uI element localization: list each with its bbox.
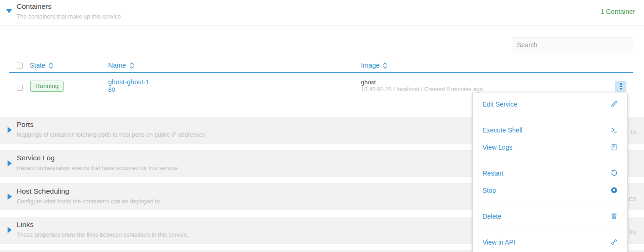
dot-icon — [620, 86, 622, 87]
expand-caret-right-icon[interactable] — [7, 194, 12, 200]
section-count-clipped: ks — [629, 228, 636, 236]
section-title: Host Scheduling — [17, 187, 69, 195]
menu-item-edit-service[interactable]: Edit Service — [473, 95, 627, 113]
menu-item-label: Stop — [483, 187, 496, 194]
menu-item-label: Edit Service — [483, 101, 517, 108]
menu-item-label: Restart — [483, 170, 503, 177]
column-header-state[interactable]: State — [30, 62, 108, 69]
collapse-caret-down-icon[interactable] — [6, 9, 12, 13]
file-text-icon — [611, 144, 618, 151]
row-actions-button[interactable] — [615, 81, 626, 92]
service-detail-page: Containers The containers that make up t… — [0, 0, 644, 252]
row-actions-menu: Edit Service Execute Shell View Logs Res… — [472, 93, 628, 252]
containers-table: State Name Ima — [9, 59, 633, 94]
expand-caret-right-icon[interactable] — [7, 127, 12, 133]
terminal-icon — [611, 126, 618, 133]
menu-item-label: Delete — [483, 213, 501, 220]
menu-item-view-in-api[interactable]: View in API — [473, 233, 627, 251]
dot-icon — [620, 83, 622, 85]
sort-icon — [129, 62, 134, 69]
menu-item-execute-shell[interactable]: Execute Shell — [473, 121, 627, 139]
row-checkbox[interactable] — [17, 85, 23, 91]
table-row: Running ghost-ghost-1 80 ghost 10.42.92.… — [9, 73, 633, 94]
section-count-clipped: ts — [631, 128, 636, 136]
section-subtitle: These properties show the links between … — [17, 232, 188, 238]
section-subtitle: Configure what hosts the containers can … — [17, 198, 161, 205]
dot-icon — [620, 88, 622, 89]
sort-icon — [383, 62, 387, 69]
image-details: 10.42.92.26 / localhost / Created 8 minu… — [361, 86, 607, 93]
trash-icon — [611, 213, 618, 220]
status-badge: Running — [30, 81, 64, 92]
section-title: Ports — [17, 120, 33, 129]
menu-divider — [473, 203, 627, 203]
column-header-image[interactable]: Image — [361, 62, 607, 69]
menu-item-view-logs[interactable]: View Logs — [473, 139, 627, 156]
table-header-row: State Name Ima — [9, 59, 633, 73]
search-input[interactable] — [512, 38, 633, 52]
sort-icon — [49, 62, 53, 69]
section-title: Service Log — [17, 154, 55, 162]
menu-item-label: View in API — [483, 239, 515, 246]
expand-caret-right-icon[interactable] — [7, 160, 12, 166]
section-subtitle: Mappings of container listening ports to… — [17, 132, 205, 138]
expand-caret-right-icon[interactable] — [7, 227, 12, 233]
menu-item-restart[interactable]: Restart — [473, 164, 627, 182]
image-name: ghost — [361, 79, 607, 86]
menu-divider — [473, 229, 627, 229]
menu-item-delete[interactable]: Delete — [473, 208, 627, 225]
menu-item-stop[interactable]: Stop — [473, 182, 627, 199]
restart-icon — [611, 170, 618, 176]
menu-divider — [473, 117, 627, 117]
menu-divider — [473, 160, 627, 160]
containers-panel-header: Containers The containers that make up t… — [0, 0, 644, 26]
container-count-label: 1 Container — [600, 8, 635, 15]
container-port-link[interactable]: 80 — [108, 86, 361, 94]
container-name-link[interactable]: ghost-ghost-1 — [108, 78, 361, 86]
column-header-name[interactable]: Name — [108, 62, 361, 69]
pencil-icon — [611, 101, 618, 107]
panel-title: Containers — [17, 2, 52, 11]
menu-item-label: Execute Shell — [483, 126, 522, 134]
stop-icon — [611, 187, 618, 194]
select-all-checkbox[interactable] — [17, 63, 23, 69]
menu-item-label: View Logs — [483, 144, 512, 151]
panel-subtitle: The containers that make up this service… — [17, 13, 122, 20]
section-subtitle: Recent orchestration events that have oc… — [17, 165, 178, 171]
section-title: Links — [17, 220, 33, 229]
section-count-clipped: es — [629, 195, 636, 202]
external-link-icon — [611, 239, 618, 246]
